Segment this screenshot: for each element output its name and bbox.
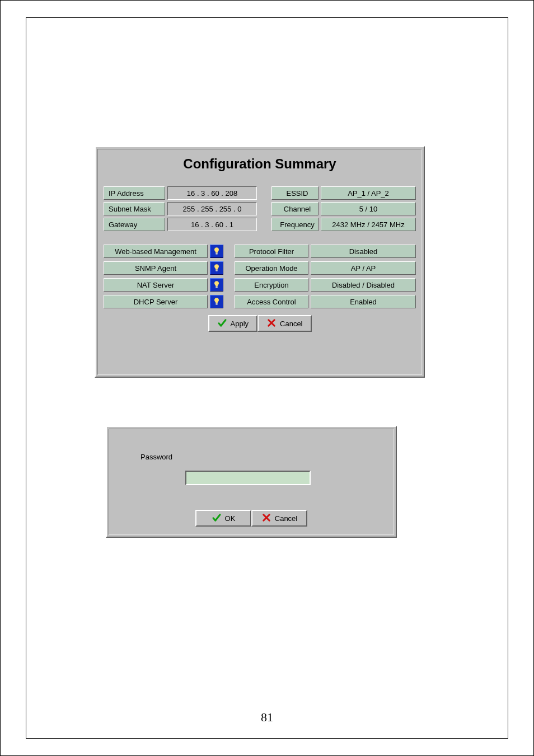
snmp-agent-label: SNMP Agent (104, 261, 208, 275)
apply-button[interactable]: Apply (208, 315, 258, 332)
subnet-mask-label: Subnet Mask (104, 202, 165, 215)
bulb-icon (210, 261, 223, 275)
essid-label: ESSID (271, 186, 318, 200)
svg-rect-1 (216, 270, 218, 271)
cancel-button-label: Cancel (275, 514, 297, 523)
operation-mode-value: AP / AP (311, 261, 416, 275)
svg-rect-3 (216, 303, 218, 305)
channel-value: 5 / 10 (321, 202, 416, 215)
gateway-value: 16 . 3 . 60 . 1 (167, 218, 257, 231)
svg-rect-2 (216, 287, 218, 288)
configuration-summary-panel: Configuration Summary IP Address 16 . 3 … (95, 146, 425, 378)
access-control-label: Access Control (235, 295, 308, 308)
cancel-button[interactable]: Cancel (257, 315, 311, 332)
web-management-label: Web-based Management (104, 245, 208, 258)
protocol-filter-label: Protocol Filter (235, 245, 308, 258)
svg-rect-0 (216, 253, 218, 255)
bulb-icon (210, 278, 223, 292)
cancel-button[interactable]: Cancel (251, 510, 307, 527)
password-label: Password (140, 453, 172, 461)
frequency-label: Frequency (271, 218, 318, 231)
check-icon (212, 513, 222, 524)
protocol-filter-value: Disabled (311, 245, 416, 258)
document-page: Configuration Summary IP Address 16 . 3 … (0, 0, 534, 756)
frequency-value: 2432 MHz / 2457 MHz (321, 218, 416, 231)
cancel-button-label: Cancel (280, 320, 302, 328)
subnet-mask-value: 255 . 255 . 255 . 0 (167, 202, 257, 215)
password-input[interactable] (185, 471, 311, 485)
apply-button-label: Apply (231, 320, 249, 328)
page-number: 81 (1, 710, 533, 725)
bulb-icon (210, 245, 223, 258)
dhcp-server-label: DHCP Server (104, 295, 208, 308)
access-control-value: Enabled (311, 295, 416, 308)
channel-label: Channel (271, 202, 318, 215)
password-panel: Password OK Cancel (106, 426, 397, 538)
bulb-icon (210, 295, 223, 308)
essid-value: AP_1 / AP_2 (321, 186, 416, 200)
page-border (26, 17, 508, 739)
check-icon (217, 318, 227, 330)
ip-address-value: 16 . 3 . 60 . 208 (167, 186, 257, 200)
ip-address-label: IP Address (104, 186, 165, 200)
gateway-label: Gateway (104, 218, 165, 231)
encryption-value: Disabled / Disabled (311, 278, 416, 292)
ok-button-label: OK (225, 514, 236, 523)
ok-button[interactable]: OK (195, 510, 251, 527)
cross-icon (266, 318, 277, 330)
encryption-label: Encryption (235, 278, 308, 292)
panel-title: Configuration Summary (104, 156, 416, 172)
nat-server-label: NAT Server (104, 278, 208, 292)
cross-icon (261, 513, 271, 524)
operation-mode-label: Operation Mode (235, 261, 308, 275)
